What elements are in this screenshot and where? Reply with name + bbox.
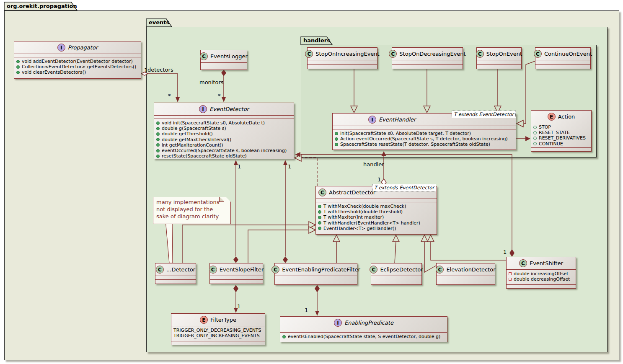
method: eventOccurred(SpacecraftState s, boolean… xyxy=(156,148,292,153)
enum-constant-icon xyxy=(533,137,537,140)
class-box-eclipsedetector: C EclipseDetector xyxy=(371,263,422,285)
method: double g(SpacecraftState s) xyxy=(156,126,292,131)
multiplicity-label: 1 xyxy=(237,303,240,310)
note-line: not displayed for the xyxy=(156,206,227,213)
empty-methods-compartment xyxy=(507,284,576,288)
enum-box-filtertype: E FilterType TRIGGER_ONLY_DECREASING_EVE… xyxy=(171,313,265,345)
field: double increasingOffset xyxy=(509,271,574,276)
class-box-eventenablingpredicatefilter: C EventEnablingPredicateFilter xyxy=(274,263,357,285)
class-title-propagator: I Propagator xyxy=(14,41,141,54)
empty-methods-compartment xyxy=(308,65,377,69)
empty-methods-compartment xyxy=(171,341,265,345)
empty-fields-compartment xyxy=(280,329,447,333)
uml-class-diagram: org.orekit.propagation events handlers xyxy=(0,0,623,364)
enum-constant-icon xyxy=(533,126,537,129)
role-label-handler: handler xyxy=(363,161,384,168)
method: SpacecraftState resetState(T detector, S… xyxy=(335,142,514,147)
empty-methods-compartment xyxy=(392,65,463,69)
public-method-icon xyxy=(335,137,338,141)
class-icon: C xyxy=(318,188,326,196)
class-box-dotsdetector: C ...Detector xyxy=(155,263,196,284)
empty-fields-compartment xyxy=(371,276,421,280)
empty-methods-compartment xyxy=(437,280,495,284)
public-method-icon xyxy=(318,205,321,208)
class-icon: C xyxy=(370,266,377,274)
empty-fields-compartment xyxy=(14,54,141,57)
class-box-eventslopefilter: C EventSlopeFilter xyxy=(209,263,263,284)
class-box-continueonevent: C ContinueOnEvent xyxy=(535,47,591,69)
private-field-icon xyxy=(509,278,512,281)
class-name: EventSlopeFilter xyxy=(220,266,264,273)
class-box-eventdetector: I EventDetector void init(SpacecraftStat… xyxy=(154,103,294,159)
method: T withThreshold(double threshold) xyxy=(318,209,434,214)
public-method-icon xyxy=(156,132,160,136)
enum-name: Action xyxy=(558,114,575,120)
class-title: C ...Detector xyxy=(155,263,196,276)
enum-title-action: E Action xyxy=(531,111,591,123)
method: init(SpacecraftState s0, AbsoluteDate ta… xyxy=(335,131,514,136)
multiplicity-label: * xyxy=(168,93,171,99)
generic-type-label-eventhandler: T extends EventDetector xyxy=(452,111,516,118)
class-name: StopOnIncreasingEvent xyxy=(315,51,379,57)
note-line: sake of diagram clarity xyxy=(156,213,227,220)
class-box-stoponincreasingevent: C StopOnIncreasingEvent xyxy=(307,47,377,69)
public-method-icon xyxy=(156,149,160,152)
enum-constant: RESET_DERIVATIVES xyxy=(533,135,589,141)
public-method-icon xyxy=(16,65,20,69)
method: void init(SpacecraftState s0, AbsoluteDa… xyxy=(156,120,292,126)
method: void clearEventsDetectors() xyxy=(16,70,139,75)
fields-compartment: double increasingOffset double decreasin… xyxy=(507,270,576,283)
empty-fields-compartment xyxy=(201,63,247,66)
class-name: EventEnablingPredicateFilter xyxy=(282,266,360,273)
method: T withMaxCheck(double maxCheck) xyxy=(318,204,434,209)
class-box-eventshifter: C EventShifter double increasingOffset d… xyxy=(506,257,576,289)
empty-methods-compartment xyxy=(535,65,590,69)
class-name: ElevationDetector xyxy=(446,266,495,273)
methods-compartment: void addEventDetector(EventDetector dete… xyxy=(14,57,141,76)
empty-fields-compartment xyxy=(392,60,463,65)
public-method-icon xyxy=(318,210,321,214)
generic-type-label-abstractdetector: T extends EventDetector xyxy=(372,184,436,191)
multiplicity-label: 1 xyxy=(238,163,241,170)
class-box-enablingpredicate: I EnablingPredicate eventIsEnabled(Space… xyxy=(280,316,447,342)
public-method-icon xyxy=(318,216,321,219)
interface-icon: I xyxy=(334,319,342,327)
interface-icon: I xyxy=(57,44,65,52)
multiplicity-label: * xyxy=(218,93,221,99)
note-line: many implementations xyxy=(156,199,227,206)
class-box-eventhandler: I EventHandler init(SpacecraftState s0, … xyxy=(332,113,516,150)
class-box-propagator: I Propagator void addEventDetector(Event… xyxy=(14,41,141,79)
method: void addEventDetector(EventDetector dete… xyxy=(16,59,139,64)
empty-methods-compartment xyxy=(531,147,591,151)
public-method-icon xyxy=(156,155,160,158)
method: resetState(SpacecraftState oldState) xyxy=(156,153,292,159)
enum-name: FilterType xyxy=(210,317,236,323)
multiplicity-label: 1 xyxy=(305,307,308,313)
public-method-icon xyxy=(16,60,20,63)
public-method-icon xyxy=(156,121,160,125)
class-icon: C xyxy=(476,50,484,58)
public-method-icon xyxy=(318,227,321,230)
methods-compartment: T withMaxCheck(double maxCheck) T withTh… xyxy=(316,202,437,232)
class-title: C EventSlopeFilter xyxy=(210,263,263,276)
enum-icon: E xyxy=(200,316,208,324)
public-method-icon xyxy=(156,138,160,141)
public-method-icon xyxy=(335,143,338,146)
class-name: EventShifter xyxy=(530,260,563,266)
class-name: EclipseDetector xyxy=(380,266,423,273)
empty-methods-compartment xyxy=(371,280,421,284)
multiplicity-label: 1 xyxy=(503,249,507,255)
method: double getThreshold() xyxy=(156,131,292,137)
empty-fields-compartment xyxy=(154,116,294,119)
method: EventHandler<T> getHandler() xyxy=(318,226,434,231)
multiplicity-label: 1 xyxy=(377,176,381,183)
methods-compartment: eventIsEnabled(SpacecraftState state, S … xyxy=(280,333,447,340)
class-icon: C xyxy=(534,50,542,58)
class-box-eventslogger: C EventsLogger xyxy=(200,50,247,70)
class-title: C ContinueOnEvent xyxy=(535,48,590,60)
multiplicity-label: 1 xyxy=(288,163,291,170)
private-field-icon xyxy=(509,272,512,275)
public-method-icon xyxy=(335,132,338,135)
class-title-enablingpredicate: I EnablingPredicate xyxy=(280,317,447,329)
class-box-abstractdetector: C AbstractDetector T withMaxCheck(double… xyxy=(315,186,437,235)
